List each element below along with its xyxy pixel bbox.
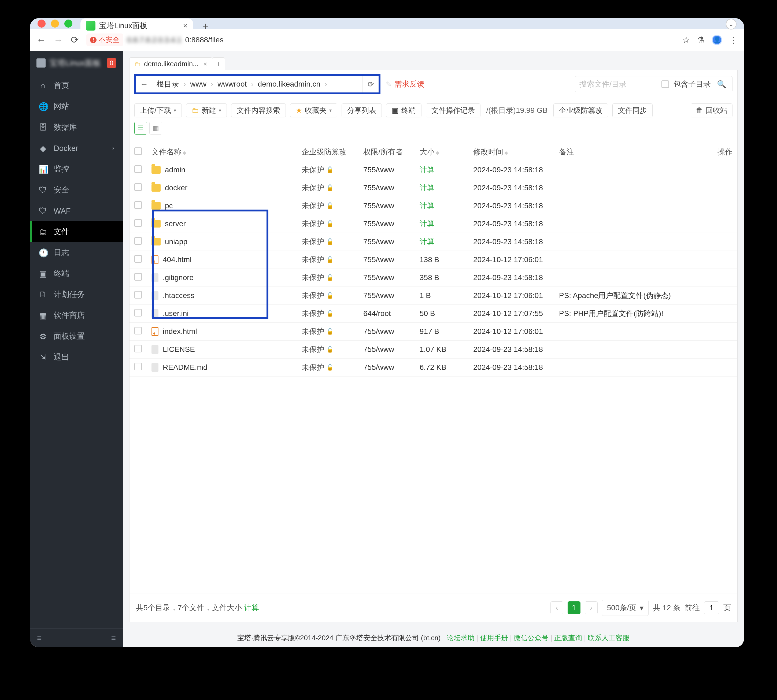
table-row[interactable]: index.html 未保护🔓 755/www 917 B 2024-10-12… xyxy=(129,323,737,341)
file-perm[interactable]: 755/www xyxy=(358,269,415,287)
file-name[interactable]: .htaccess xyxy=(163,291,194,300)
row-checkbox[interactable] xyxy=(134,327,142,335)
sidebar-item-waf[interactable]: 🛡WAF xyxy=(30,200,123,222)
footer-link[interactable]: 联系人工客服 xyxy=(588,634,630,642)
row-checkbox[interactable] xyxy=(134,273,142,281)
breadcrumb-segment[interactable]: wwwroot xyxy=(217,80,247,88)
breadcrumb-up-icon[interactable]: ← xyxy=(136,76,152,92)
footer-link[interactable]: 微信公众号 xyxy=(514,634,548,642)
file-name[interactable]: docker xyxy=(165,183,187,192)
table-row[interactable]: README.md 未保护🔓 755/www 6.72 KB 2024-09-2… xyxy=(129,358,737,377)
file-perm[interactable]: 755/www xyxy=(358,287,415,305)
file-name[interactable]: server xyxy=(165,220,186,228)
file-perm[interactable]: 755/www xyxy=(358,233,415,251)
pager-prev-button[interactable]: ‹ xyxy=(550,602,563,614)
row-checkbox[interactable] xyxy=(134,201,142,209)
content-search-button[interactable]: 文件内容搜索 xyxy=(231,103,286,117)
browser-tab-close-icon[interactable]: × xyxy=(183,21,188,30)
collapse-right-icon[interactable]: ≡ xyxy=(111,633,116,643)
list-view-button[interactable]: ☰ xyxy=(134,122,147,135)
sidebar-item-cron[interactable]: 🗎计划任务 xyxy=(30,284,123,305)
pager-goto-input[interactable] xyxy=(704,602,719,614)
footer-link[interactable]: 正版查询 xyxy=(554,634,582,642)
share-list-button[interactable]: 分享列表 xyxy=(342,103,382,117)
sidebar-item-files[interactable]: 🗂文件 xyxy=(30,222,123,242)
search-icon[interactable]: 🔍 xyxy=(715,76,728,92)
table-row[interactable]: .user.ini 未保护🔓 644/root 50 B 2024-10-12 … xyxy=(129,305,737,323)
breadcrumb-reload-icon[interactable]: ⟳ xyxy=(363,76,379,92)
tamper-status[interactable]: 未保护🔓 xyxy=(302,183,354,193)
footer-link[interactable]: 论坛求助 xyxy=(447,634,475,642)
breadcrumb-segment[interactable]: www xyxy=(190,80,206,88)
col-size[interactable]: 大小 xyxy=(419,148,434,156)
file-perm[interactable]: 755/www xyxy=(358,215,415,233)
file-perm[interactable]: 755/www xyxy=(358,341,415,358)
tamper-status[interactable]: 未保护🔓 xyxy=(302,165,354,175)
pager-page-1[interactable]: 1 xyxy=(568,602,580,614)
file-sync-button[interactable]: 文件同步 xyxy=(612,103,653,117)
tab-overflow-button[interactable]: ⌄ xyxy=(726,19,737,30)
minimize-window-button[interactable] xyxy=(51,20,59,28)
insecure-badge[interactable]: ! 不安全 xyxy=(86,33,123,46)
nav-back-icon[interactable]: ← xyxy=(37,34,46,45)
tamper-status[interactable]: 未保护🔓 xyxy=(302,219,354,229)
tamper-status[interactable]: 未保护🔓 xyxy=(302,290,354,301)
tamper-status[interactable]: 未保护🔓 xyxy=(302,344,354,355)
table-row[interactable]: 404.html 未保护🔓 755/www 138 B 2024-10-12 1… xyxy=(129,251,737,269)
favorites-button[interactable]: ★收藏夹▾ xyxy=(290,103,337,117)
table-row[interactable]: LICENSE 未保护🔓 755/www 1.07 KB 2024-09-23 … xyxy=(129,341,737,358)
table-row[interactable]: server 未保护🔓 755/www 计算 2024-09-23 14:58:… xyxy=(129,215,737,233)
pager-size-select[interactable]: 500条/页▾ xyxy=(602,600,649,616)
table-row[interactable]: uniapp 未保护🔓 755/www 计算 2024-09-23 14:58:… xyxy=(129,233,737,251)
file-name[interactable]: LICENSE xyxy=(163,345,195,354)
col-tamper[interactable]: 企业级防篡改 xyxy=(302,148,347,156)
pager-next-button[interactable]: › xyxy=(585,602,598,614)
subdir-checkbox[interactable] xyxy=(662,80,669,88)
tamper-status[interactable]: 未保护🔓 xyxy=(302,201,354,211)
row-checkbox[interactable] xyxy=(134,255,142,263)
table-row[interactable]: docker 未保护🔓 755/www 计算 2024-09-23 14:58:… xyxy=(129,179,737,197)
sidebar-item-site[interactable]: 🌐网站 xyxy=(30,96,123,117)
profile-avatar[interactable]: 👤 xyxy=(712,35,722,45)
col-perm[interactable]: 权限/所有者 xyxy=(363,148,403,156)
file-perm[interactable]: 755/www xyxy=(358,161,415,179)
new-button[interactable]: 🗀新建▾ xyxy=(186,103,227,117)
sidebar-item-docker[interactable]: ◆Docker› xyxy=(30,138,123,158)
nav-forward-icon[interactable]: → xyxy=(53,34,63,45)
row-checkbox[interactable] xyxy=(134,363,142,370)
nav-reload-icon[interactable]: ⟳ xyxy=(71,34,79,45)
browser-tab[interactable]: 宝塔Linux面板 × xyxy=(80,18,193,33)
tamper-status[interactable]: 未保护🔓 xyxy=(302,327,354,337)
file-name[interactable]: .gitignore xyxy=(163,273,194,282)
select-all-checkbox[interactable] xyxy=(134,147,142,155)
row-checkbox[interactable] xyxy=(134,219,142,227)
collapse-left-icon[interactable]: ≡ xyxy=(37,633,42,643)
file-perm[interactable]: 755/www xyxy=(358,179,415,197)
file-name[interactable]: index.html xyxy=(163,327,197,336)
sidebar-item-term[interactable]: ▣终端 xyxy=(30,263,123,284)
tamper-status[interactable]: 未保护🔓 xyxy=(302,255,354,265)
row-checkbox[interactable] xyxy=(134,309,142,317)
file-perm[interactable]: 644/root xyxy=(358,305,415,323)
upload-download-button[interactable]: 上传/下载▾ xyxy=(134,103,182,117)
file-perm[interactable]: 755/www xyxy=(358,358,415,377)
feedback-link[interactable]: ✎ 需求反馈 xyxy=(386,79,424,89)
breadcrumb-path[interactable]: 根目录›www›wwwroot›demo.likeadmin.cn› xyxy=(152,79,363,89)
bookmark-star-icon[interactable]: ☆ xyxy=(682,35,690,45)
file-size[interactable]: 计算 xyxy=(415,197,468,215)
new-tab-button[interactable]: + xyxy=(201,22,210,30)
file-name[interactable]: pc xyxy=(165,202,173,210)
maximize-window-button[interactable] xyxy=(64,20,72,28)
footer-link[interactable]: 使用手册 xyxy=(480,634,508,642)
row-checkbox[interactable] xyxy=(134,345,142,352)
table-row[interactable]: .htaccess 未保护🔓 755/www 1 B 2024-10-12 17… xyxy=(129,287,737,305)
col-name[interactable]: 文件名称 xyxy=(152,148,182,156)
col-mtime[interactable]: 修改时间 xyxy=(473,148,503,156)
tamper-status[interactable]: 未保护🔓 xyxy=(302,273,354,283)
col-remark[interactable]: 备注 xyxy=(559,148,574,156)
recycle-bin-button[interactable]: 🗑回收站 xyxy=(691,103,732,117)
grid-view-button[interactable]: ▦ xyxy=(149,122,162,135)
row-checkbox[interactable] xyxy=(134,291,142,298)
search-box[interactable]: 包含子目录 🔍 xyxy=(575,76,732,92)
file-name[interactable]: .user.ini xyxy=(163,309,189,318)
